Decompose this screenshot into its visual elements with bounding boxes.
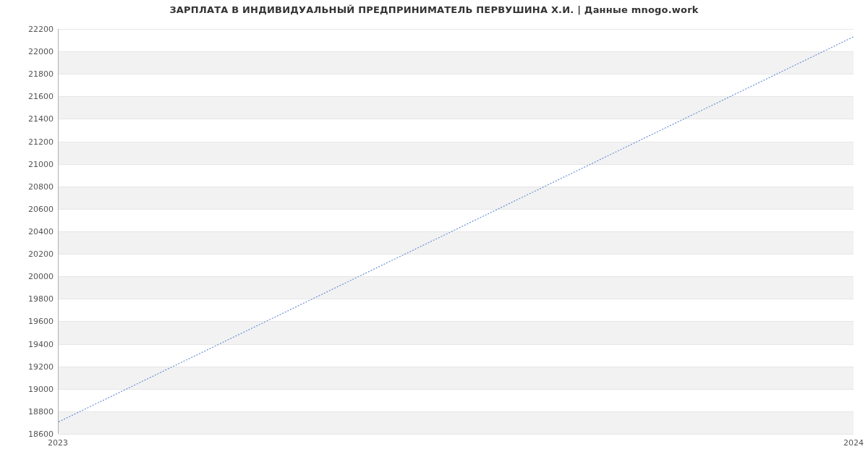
y-tick-label: 20400 xyxy=(10,227,54,236)
y-tick-label: 21800 xyxy=(10,69,54,79)
y-tick-label: 22200 xyxy=(10,25,54,34)
x-tick-label: 2024 xyxy=(843,438,864,448)
plot-area xyxy=(58,29,854,434)
y-tick-label: 19800 xyxy=(10,294,54,304)
y-tick-label: 21200 xyxy=(10,137,54,146)
y-tick-label: 20200 xyxy=(10,249,54,259)
y-tick-label: 18600 xyxy=(10,430,54,439)
y-tick-label: 19200 xyxy=(10,362,54,371)
y-tick-label: 22000 xyxy=(10,47,54,56)
chart-container: ЗАРПЛАТА В ИНДИВИДУАЛЬНЫЙ ПРЕДПРИНИМАТЕЛ… xyxy=(0,0,868,470)
chart-title: ЗАРПЛАТА В ИНДИВИДУАЛЬНЫЙ ПРЕДПРИНИМАТЕЛ… xyxy=(0,4,868,15)
grid-line xyxy=(59,434,854,435)
y-tick-label: 21400 xyxy=(10,114,54,124)
y-tick-label: 21600 xyxy=(10,92,54,101)
y-tick-label: 19400 xyxy=(10,339,54,349)
y-tick-label: 20800 xyxy=(10,181,54,191)
series-line xyxy=(59,37,854,422)
line-layer xyxy=(59,29,854,433)
y-tick-label: 19600 xyxy=(10,317,54,326)
x-tick-label: 2023 xyxy=(48,438,68,448)
y-tick-label: 20600 xyxy=(10,204,54,213)
y-tick-label: 18800 xyxy=(10,406,54,416)
y-tick-label: 21000 xyxy=(10,159,54,168)
y-tick-label: 19000 xyxy=(10,384,54,393)
y-tick-label: 20000 xyxy=(10,272,54,281)
